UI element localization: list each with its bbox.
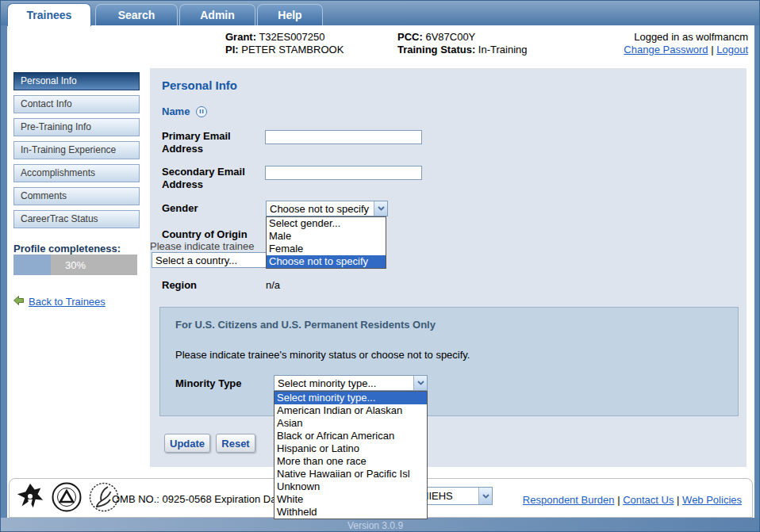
gender-option[interactable]: Male [267, 230, 386, 243]
progress-value: 30% [13, 255, 137, 275]
change-password-link[interactable]: Change Password [624, 44, 708, 55]
minority-instruction-text: Please indicate trainee's minority statu… [175, 349, 470, 361]
minority-option[interactable]: Native Hawaiian or Pacific Isl [274, 468, 427, 480]
niehs-select[interactable]: NIEHS [417, 487, 493, 505]
reset-button[interactable]: Reset [216, 434, 255, 453]
profile-progress-bar: 30% [13, 255, 137, 275]
minority-type-select[interactable]: Select minority type... [274, 375, 428, 391]
country-help-text: Please indicate trainee [150, 240, 255, 252]
gender-select[interactable]: Choose not to specify [266, 201, 388, 216]
name-label: Name [162, 105, 190, 117]
primary-email-input[interactable] [265, 130, 422, 144]
minority-option[interactable]: Asian [274, 417, 427, 430]
us-citizens-box-title: For U.S. Citizens and U.S. Permanent Res… [175, 319, 436, 331]
back-arrow-icon [13, 296, 24, 308]
profile-completeness-label: Profile completeness: [13, 243, 121, 255]
grant-value: T32ES007250 [259, 31, 324, 43]
minority-option[interactable]: White [274, 493, 427, 506]
tab-admin[interactable]: Admin [179, 4, 255, 25]
secondary-email-label: Secondary Email Address [162, 166, 265, 191]
chevron-down-icon [478, 488, 492, 504]
omb-text: OMB NO.: 0925-0568 Expiration Da [112, 493, 276, 505]
gender-option[interactable]: Female [267, 243, 386, 255]
respondent-burden-link[interactable]: Respondent Burden [523, 494, 615, 506]
logout-link[interactable]: Logout [716, 44, 748, 55]
chevron-down-icon [374, 201, 387, 216]
country-selected-value: Select a country... [152, 255, 274, 266]
name-row: Name II [162, 105, 207, 117]
minority-option[interactable]: Unknown [274, 480, 427, 493]
login-info: Logged in as wolfmancm Change Password |… [624, 31, 748, 56]
region-label: Region [162, 279, 197, 292]
logged-in-text: Logged in as wolfmancm [624, 31, 748, 44]
pcc-label: PCC: [397, 31, 423, 43]
tab-search[interactable]: Search [95, 4, 178, 25]
minority-option[interactable]: Black or African American [274, 430, 427, 442]
sidebar-item-contact-info[interactable]: Contact Info [13, 95, 140, 113]
footer-links: Respondent Burden | Contact Us | Web Pol… [523, 494, 742, 506]
minority-option[interactable]: More than one race [274, 455, 427, 468]
sidebar-item-accomplishments[interactable]: Accomplishments [13, 164, 140, 182]
minority-option[interactable]: American Indian or Alaskan [274, 404, 427, 417]
gender-label: Gender [162, 202, 198, 215]
back-to-trainees-link[interactable]: Back to Trainees [29, 296, 106, 308]
gender-dropdown-list: Select gender... Male Female Choose not … [266, 216, 386, 269]
training-status-value: In-Training [478, 44, 528, 55]
secondary-email-input[interactable] [265, 166, 422, 180]
training-status-label: Training Status: [397, 44, 475, 55]
back-row: Back to Trainees [13, 296, 106, 308]
pi-value: PETER STAMBROOK [241, 44, 344, 55]
version-text: Version 3.0.9 [347, 520, 403, 531]
country-of-origin-label: Country of Origin [162, 228, 248, 241]
primary-email-label: Primary Email Address [162, 130, 261, 155]
sidebar-item-in-training-experience[interactable]: In-Training Experience [13, 141, 140, 159]
sidebar-item-careertrac-status[interactable]: CareerTrac Status [13, 210, 140, 228]
tab-trainees[interactable]: Trainees [7, 3, 91, 26]
pi-label: PI: [225, 44, 239, 55]
minority-selected-value: Select minority type... [274, 377, 413, 389]
pcc-info: PCC: 6V87C00Y Training Status: In-Traini… [397, 31, 528, 56]
pcc-value: 6V87C00Y [425, 31, 475, 43]
name-info-icon[interactable]: II [196, 106, 207, 117]
nih-logo-icon [51, 481, 83, 516]
region-value: n/a [266, 279, 280, 291]
contact-us-link[interactable]: Contact Us [623, 494, 674, 506]
minority-option-highlighted[interactable]: Select minority type... [274, 392, 427, 404]
update-button[interactable]: Update [164, 434, 210, 453]
grant-info: Grant: T32ES007250 PI: PETER STAMBROOK [225, 31, 344, 56]
niehs-logo-icon [15, 481, 45, 516]
minority-type-label: Minority Type [175, 377, 242, 390]
sidebar-item-pre-training-info[interactable]: Pre-Training Info [13, 118, 140, 136]
sidebar-item-personal-info[interactable]: Personal Info [13, 72, 140, 90]
application-window: Trainees Search Admin Help Grant: T32ES0… [0, 0, 760, 532]
minority-option[interactable]: Withheld [274, 506, 427, 519]
minority-dropdown-list: Select minority type... American Indian … [274, 391, 428, 519]
sidebar-item-comments[interactable]: Comments [13, 187, 140, 205]
chevron-down-icon [413, 376, 427, 390]
gender-option-highlighted[interactable]: Choose not to specify [267, 255, 386, 268]
gender-option[interactable]: Select gender... [267, 217, 386, 230]
gender-selected-value: Choose not to specify [267, 203, 374, 215]
page-title: Personal Info [162, 78, 237, 92]
tab-help[interactable]: Help [257, 4, 323, 25]
web-policies-link[interactable]: Web Policies [682, 494, 742, 506]
minority-option[interactable]: Hispanic or Latino [274, 442, 427, 455]
footer-logos [15, 481, 120, 516]
grant-label: Grant: [225, 31, 256, 43]
